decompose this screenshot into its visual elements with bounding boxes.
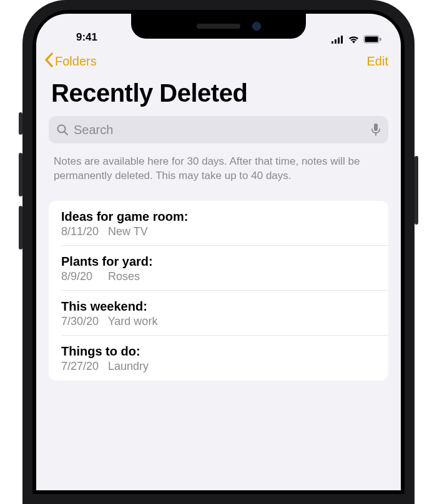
note-date: 7/30/20: [61, 315, 105, 328]
note-subtitle: 8/11/20 New TV: [61, 225, 376, 238]
phone-front-camera: [252, 22, 261, 31]
note-subtitle: 7/30/20 Yard work: [61, 315, 376, 328]
mic-icon[interactable]: [371, 123, 381, 137]
svg-rect-5: [365, 37, 378, 42]
svg-rect-2: [338, 37, 340, 44]
note-item[interactable]: Ideas for game room: 8/11/20 New TV: [49, 201, 388, 246]
battery-icon: [363, 35, 382, 44]
svg-rect-9: [374, 124, 378, 131]
phone-frame: 9:41: [22, 0, 415, 504]
chevron-left-icon: [44, 52, 54, 70]
note-title: Plants for yard:: [61, 254, 376, 269]
svg-rect-1: [335, 39, 336, 44]
note-date: 7/27/20: [61, 360, 105, 373]
cellular-signal-icon: [331, 36, 344, 44]
back-button[interactable]: Folders: [44, 52, 97, 70]
edit-button[interactable]: Edit: [367, 54, 388, 69]
note-title: Things to do:: [61, 344, 376, 359]
phone-speaker: [197, 24, 240, 29]
note-date: 8/11/20: [61, 225, 105, 238]
svg-line-8: [65, 132, 68, 135]
note-item[interactable]: Plants for yard: 8/9/20 Roses: [49, 246, 388, 291]
note-subtitle: 8/9/20 Roses: [61, 270, 376, 283]
note-title: This weekend:: [61, 299, 376, 314]
screen: 9:41: [36, 14, 401, 490]
search-icon: [56, 124, 69, 136]
info-text: Notes are available here for 30 days. Af…: [36, 143, 401, 201]
notes-list: Ideas for game room: 8/11/20 New TV Plan…: [49, 201, 388, 380]
status-time: 9:41: [59, 31, 115, 44]
svg-rect-3: [341, 36, 343, 44]
nav-bar: Folders Edit: [36, 45, 401, 75]
note-preview: New TV: [108, 225, 148, 238]
svg-rect-0: [331, 41, 333, 44]
note-preview: Roses: [108, 270, 140, 283]
note-date: 8/9/20: [61, 270, 105, 283]
search-bar[interactable]: [49, 116, 388, 143]
back-label: Folders: [55, 54, 97, 69]
note-item[interactable]: Things to do: 7/27/20 Laundry: [49, 336, 388, 380]
phone-notch: [131, 14, 306, 39]
page-title: Recently Deleted: [36, 75, 401, 116]
search-input[interactable]: [74, 123, 366, 137]
note-preview: Laundry: [108, 360, 149, 372]
note-title: Ideas for game room:: [61, 210, 376, 224]
svg-rect-6: [380, 38, 381, 41]
svg-point-7: [58, 125, 66, 133]
note-subtitle: 7/27/20 Laundry: [61, 360, 376, 373]
phone-side-button: [415, 156, 418, 225]
wifi-icon: [348, 35, 360, 44]
note-preview: Yard work: [108, 315, 158, 327]
note-item[interactable]: This weekend: 7/30/20 Yard work: [49, 291, 388, 336]
